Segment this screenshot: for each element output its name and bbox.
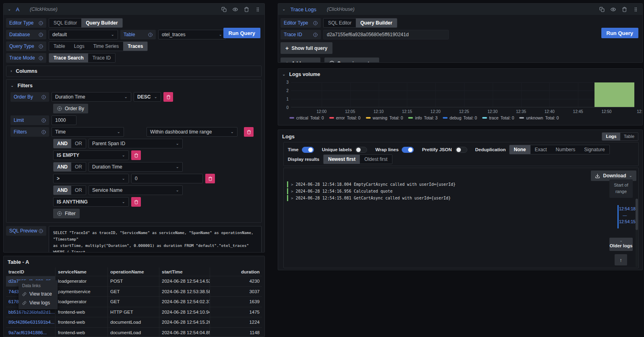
time-toggle[interactable]: Time	[288, 147, 314, 153]
toggle-switch[interactable]	[302, 147, 314, 153]
col-header-duration[interactable]: duration	[210, 267, 262, 276]
toggle-switch[interactable]	[355, 147, 367, 153]
query-type-logs[interactable]: Logs	[70, 42, 89, 51]
legend-item[interactable]: criticalTotal: 0	[289, 115, 324, 120]
dedup-numbers[interactable]: Numbers	[551, 145, 580, 154]
view-trace-menu-item[interactable]: View trace	[19, 290, 58, 298]
sql-editor-option[interactable]: SQL Editor	[324, 18, 356, 27]
drag-handle-icon[interactable]	[633, 7, 638, 12]
condition-value-input[interactable]: 0	[131, 174, 203, 183]
legend-item[interactable]: unknownTotal: 0	[519, 115, 559, 120]
col-header-traceid[interactable]: traceID	[6, 267, 55, 276]
scrollbar-thumb[interactable]	[636, 199, 638, 230]
query-inspector-button[interactable]: Query inspector	[324, 58, 379, 63]
chevron-down-icon[interactable]: ⌄	[282, 7, 285, 11]
legend-item[interactable]: traceTotal: 0	[482, 115, 514, 120]
remove-order-by-button[interactable]	[163, 92, 173, 102]
run-query-button[interactable]: Run Query	[223, 28, 260, 38]
or-option[interactable]: OR	[71, 139, 86, 148]
wrap-lines-toggle[interactable]: Wrap lines	[375, 147, 414, 153]
trace-link[interactable]: 9a7acf61941886...	[6, 328, 55, 337]
order-by-direction-select[interactable]: DESC⌄	[134, 92, 161, 102]
older-logs-button[interactable]: ⌄ Older logs	[609, 238, 633, 251]
add-filter-button[interactable]: Filter	[53, 209, 80, 218]
expand-icon[interactable]: >	[291, 183, 293, 187]
info-log-volume-bar[interactable]	[594, 82, 634, 107]
logs-volume-title[interactable]: ⌄ Logs volume	[278, 69, 642, 77]
dedup-exact[interactable]: Exact	[530, 145, 551, 154]
logs-volume-chart[interactable]: 12:00 12:05 12:10 12:15 12:20 12:25 12:3…	[291, 82, 634, 107]
legend-item[interactable]: errorTotal: 0	[329, 115, 361, 120]
dedup-signature[interactable]: Signature	[580, 145, 609, 154]
copy-icon[interactable]	[221, 7, 227, 12]
logs-scrollbar[interactable]	[636, 199, 638, 267]
condition-operator-select[interactable]: IS ANYTHING⌄	[53, 197, 129, 207]
trace-id-input[interactable]: d2a7155ef6a928a05680e5ff6190241d	[323, 30, 449, 39]
remove-condition-button[interactable]	[131, 150, 141, 160]
newest-first-option[interactable]: Newest first	[324, 155, 360, 164]
condition-field-select[interactable]: Duration Time⌄	[89, 162, 183, 172]
filters-section-header[interactable]: ⌄Filters	[10, 83, 257, 88]
filter-range-select[interactable]: Within dashboard time range⌄	[147, 127, 237, 137]
run-query-button[interactable]: Run Query	[601, 28, 638, 38]
condition-operator-select[interactable]: IS EMPTY⌄	[53, 150, 129, 160]
query-builder-option[interactable]: Query Builder	[81, 18, 122, 27]
add-order-by-button[interactable]: Order By	[53, 104, 88, 113]
trash-icon[interactable]	[244, 7, 249, 12]
expand-icon[interactable]: >	[291, 196, 293, 200]
table-view-option[interactable]: Table	[620, 133, 638, 140]
table-select[interactable]: otel_traces⌄	[158, 30, 226, 39]
legend-item[interactable]: warningTotal: 0	[366, 115, 403, 120]
legend-item[interactable]: debugTotal: 0	[443, 115, 477, 120]
show-full-query-button[interactable]: + Show full query	[281, 42, 332, 54]
trace-link[interactable]: 89cf4286e631591b4...	[6, 317, 55, 328]
query-type-traces[interactable]: Traces	[123, 42, 147, 51]
copy-icon[interactable]	[599, 7, 605, 12]
toggle-switch[interactable]	[402, 147, 414, 153]
and-option[interactable]: AND	[54, 139, 71, 148]
or-option[interactable]: OR	[71, 186, 86, 195]
remove-condition-button[interactable]	[131, 197, 141, 207]
columns-section[interactable]: ›Columns	[6, 66, 262, 77]
eye-icon[interactable]	[233, 7, 238, 12]
col-header-servicename[interactable]: serviceName	[55, 267, 107, 276]
legend-item[interactable]: infoTotal: 3	[408, 115, 438, 120]
and-option[interactable]: AND	[54, 186, 71, 195]
trace-search-option[interactable]: Trace Search	[49, 53, 88, 62]
and-option[interactable]: AND	[54, 162, 71, 171]
eye-icon[interactable]	[611, 7, 616, 12]
remove-condition-button[interactable]	[205, 174, 215, 183]
col-header-starttime[interactable]: startTime	[159, 267, 210, 276]
trace-id-option[interactable]: Trace ID	[88, 53, 116, 62]
log-row[interactable]: > 2024-06-28 12:54:15.081 GetCartAsync c…	[287, 195, 456, 201]
dedup-none[interactable]: None	[510, 145, 530, 154]
or-option[interactable]: OR	[71, 162, 86, 171]
panel-title[interactable]: Trace Logs	[290, 6, 316, 12]
unique-labels-toggle[interactable]: Unique labels	[322, 147, 367, 153]
col-header-operationname[interactable]: operationName	[107, 267, 159, 276]
logs-view-option[interactable]: Logs	[602, 133, 620, 140]
oldest-first-option[interactable]: Oldest first	[360, 155, 392, 164]
drag-handle-icon[interactable]	[255, 7, 260, 12]
expand-icon[interactable]: >	[291, 189, 293, 193]
view-logs-menu-item[interactable]: View logs	[19, 298, 58, 307]
database-select[interactable]: default⌄	[49, 30, 118, 39]
log-row[interactable]: > 2024-06-28 12:54:16.956 Calculated quo…	[287, 188, 456, 195]
scroll-to-top-button[interactable]: ↑	[615, 254, 627, 265]
remove-filter-button[interactable]	[244, 127, 254, 137]
log-range-bar[interactable]	[617, 205, 619, 228]
query-type-table[interactable]: Table	[49, 42, 70, 51]
log-row[interactable]: > 2024-06-28 12:54:18.004 EmptyCartAsync…	[287, 181, 456, 188]
order-by-field-select[interactable]: Duration Time⌄	[52, 92, 131, 102]
chevron-down-icon[interactable]: ⌄	[8, 7, 11, 11]
query-type-timeseries[interactable]: Time Series	[89, 42, 124, 51]
filter-field-select[interactable]: Time⌄	[52, 127, 124, 137]
sql-editor-option[interactable]: SQL Editor	[49, 18, 81, 27]
condition-operator-select[interactable]: >⌄	[53, 174, 129, 183]
condition-field-select[interactable]: Service Name⌄	[89, 185, 183, 195]
trash-icon[interactable]	[622, 7, 627, 12]
limit-input[interactable]: 1000	[52, 115, 76, 125]
toggle-switch[interactable]	[455, 147, 467, 153]
prettify-json-toggle[interactable]: Prettify JSON	[422, 147, 467, 153]
add-query-button[interactable]: + Add query	[281, 58, 320, 63]
